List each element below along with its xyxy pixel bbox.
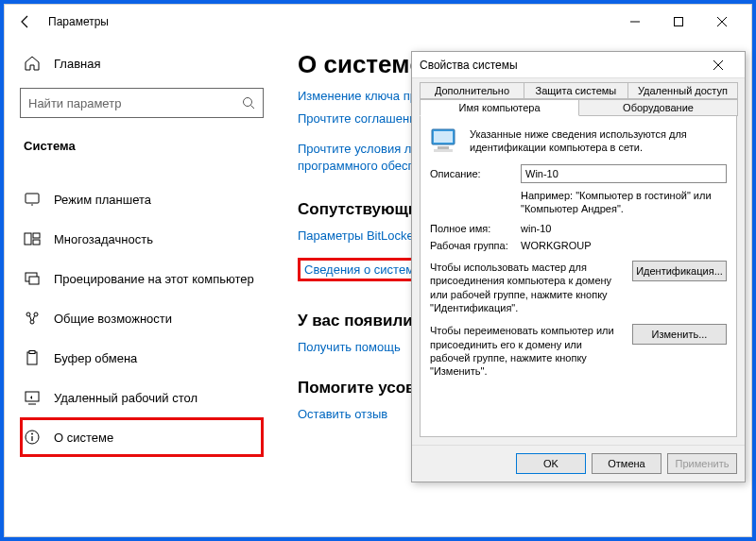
svg-rect-8 (33, 240, 40, 245)
shared-icon (24, 310, 41, 327)
svg-rect-23 (438, 146, 449, 149)
maximize-button[interactable] (657, 7, 700, 37)
svg-rect-24 (434, 149, 453, 152)
computer-icon (430, 127, 460, 154)
tab-strip: Дополнительно Защита системы Удаленный д… (412, 78, 745, 116)
svg-point-19 (31, 433, 33, 435)
svg-point-13 (30, 320, 34, 324)
sidebar-item-label: Общие возможности (54, 312, 172, 326)
info-text: Указанные ниже сведения используются для… (470, 127, 727, 155)
link-system-info[interactable]: Сведения о системе (298, 258, 427, 281)
ok-button[interactable]: OK (516, 453, 586, 474)
fullname-label: Полное имя: (430, 223, 521, 234)
system-properties-dialog: Свойства системы Дополнительно Защита си… (411, 51, 746, 482)
multitasking-icon (24, 230, 41, 247)
change-button[interactable]: Изменить... (632, 324, 727, 345)
fullname-value: win-10 (521, 223, 727, 234)
workgroup-value: WORKGROUP (521, 240, 727, 251)
svg-rect-4 (26, 194, 39, 203)
sidebar-home[interactable]: Главная (20, 46, 264, 80)
home-icon (24, 55, 41, 72)
tab-system-protection[interactable]: Защита системы (524, 82, 628, 99)
svg-rect-1 (675, 18, 683, 26)
workgroup-label: Рабочая группа: (430, 240, 521, 251)
clipboard-icon (24, 349, 41, 366)
close-button[interactable] (700, 7, 744, 37)
sidebar-item-remote-desktop[interactable]: Удаленный рабочий стол (20, 378, 264, 417)
sidebar-category: Система (20, 139, 264, 153)
sidebar-item-about[interactable]: О системе (20, 417, 264, 457)
search-input[interactable]: Найти параметр (20, 88, 264, 118)
tab-hardware[interactable]: Оборудование (578, 99, 738, 116)
info-icon (24, 429, 41, 446)
svg-rect-15 (29, 351, 35, 354)
identification-text: Чтобы использовать мастер для присоедине… (430, 261, 625, 314)
change-text: Чтобы переименовать компьютер или присое… (430, 324, 625, 378)
sidebar-home-label: Главная (54, 57, 100, 71)
dialog-close-button[interactable] (699, 54, 737, 76)
svg-point-5 (31, 204, 33, 206)
sidebar-item-label: Многозадачность (54, 232, 153, 246)
svg-rect-6 (25, 233, 31, 245)
sidebar-item-tablet-mode[interactable]: Режим планшета (20, 179, 264, 219)
svg-line-3 (251, 106, 255, 110)
dialog-titlebar: Свойства системы (412, 52, 745, 78)
description-example: Например: "Компьютер в гостиной" или "Ко… (430, 189, 727, 216)
svg-rect-7 (33, 233, 40, 238)
minimize-button[interactable] (613, 7, 657, 37)
description-label: Описание: (430, 168, 521, 179)
sidebar-item-label: Проецирование на этот компьютер (54, 272, 254, 286)
description-input[interactable] (521, 164, 727, 183)
apply-button[interactable]: Применить (667, 453, 737, 474)
sidebar-item-label: Удаленный рабочий стол (54, 391, 198, 405)
project-icon (24, 270, 41, 287)
sidebar-item-projecting[interactable]: Проецирование на этот компьютер (20, 259, 264, 298)
sidebar-item-label: Буфер обмена (54, 351, 137, 365)
sidebar-item-label: Режим планшета (54, 193, 151, 207)
sidebar-item-clipboard[interactable]: Буфер обмена (20, 338, 264, 378)
back-button[interactable] (12, 8, 39, 35)
sidebar: Главная Найти параметр Система Режим пла… (5, 39, 279, 536)
sidebar-item-shared-experiences[interactable]: Общие возможности (20, 298, 264, 338)
sidebar-item-label: О системе (54, 431, 113, 445)
remote-icon (24, 389, 41, 406)
svg-point-11 (26, 313, 30, 316)
cancel-button[interactable]: Отмена (592, 453, 662, 474)
tab-computer-name[interactable]: Имя компьютера (420, 99, 579, 116)
tablet-icon (24, 191, 41, 208)
titlebar: Параметры (5, 5, 751, 39)
search-placeholder: Найти параметр (28, 96, 242, 110)
tab-advanced[interactable]: Дополнительно (420, 82, 524, 99)
search-icon (242, 96, 255, 110)
window-title: Параметры (48, 15, 109, 28)
svg-rect-22 (434, 131, 453, 143)
tab-body: Указанные ниже сведения используются для… (420, 116, 737, 437)
identification-button[interactable]: Идентификация... (632, 261, 727, 281)
svg-rect-10 (29, 277, 39, 284)
tab-remote[interactable]: Удаленный доступ (627, 82, 738, 99)
svg-point-12 (34, 313, 38, 316)
dialog-title: Свойства системы (420, 59, 518, 72)
svg-point-2 (244, 98, 252, 107)
sidebar-item-multitasking[interactable]: Многозадачность (20, 219, 264, 259)
